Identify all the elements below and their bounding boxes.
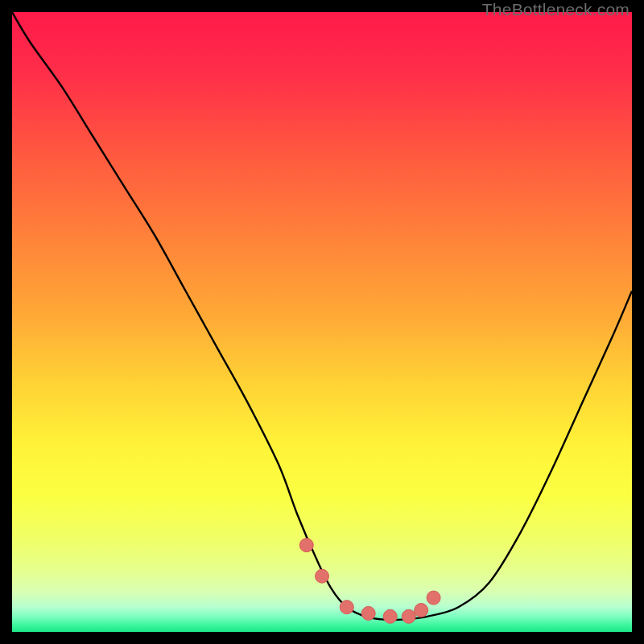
highlight-marker [402, 609, 415, 623]
highlight-marker [427, 591, 440, 605]
plot-area [12, 12, 632, 632]
highlight-marker [361, 606, 375, 620]
highlight-marker [316, 569, 329, 583]
chart-frame: TheBottleneck.com [0, 0, 644, 644]
highlight-marker [415, 604, 428, 617]
chart-svg [12, 12, 632, 632]
marker-group [299, 539, 440, 624]
bottleneck-curve [12, 12, 632, 620]
highlight-marker [383, 609, 397, 623]
highlight-marker [299, 539, 313, 552]
highlight-marker [340, 601, 353, 614]
watermark-text: TheBottleneck.com [482, 0, 630, 19]
